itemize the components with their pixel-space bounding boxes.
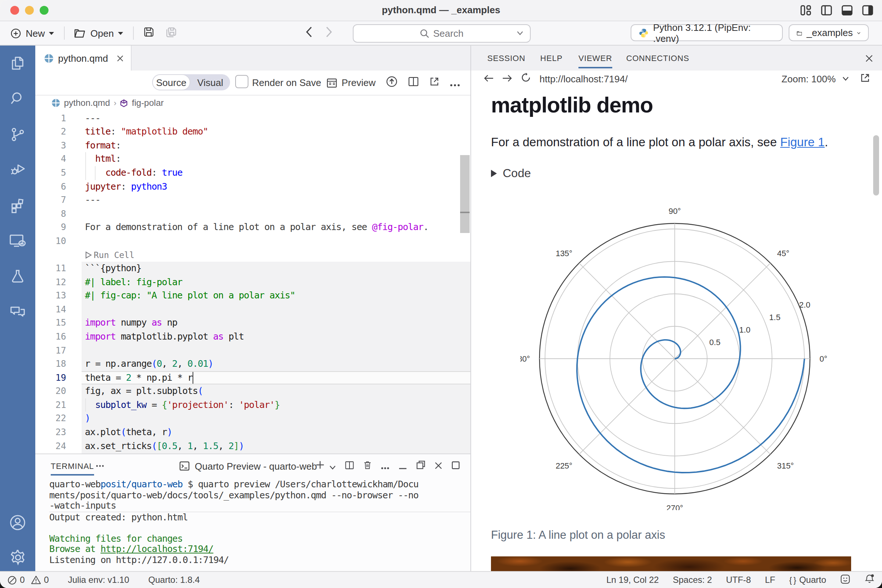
code-line: 6jupyter: python3 bbox=[35, 180, 470, 193]
customize-layout-icon[interactable] bbox=[800, 5, 812, 15]
terminal-session-title[interactable]: Quarto Preview - quarto-web bbox=[195, 460, 317, 471]
terminal-output[interactable]: quarto-webposit/quarto-web $ quarto prev… bbox=[49, 479, 470, 572]
workspace-selector[interactable]: _examples bbox=[789, 24, 869, 41]
svg-text:0.5: 0.5 bbox=[709, 338, 721, 347]
terminal-tab[interactable]: TERMINAL bbox=[51, 454, 94, 478]
feedback-icon[interactable] bbox=[840, 574, 850, 586]
open-in-browser-icon[interactable] bbox=[860, 72, 870, 85]
indentation-status[interactable]: Spaces: 2 bbox=[673, 575, 712, 585]
code-line: 9For a demonstration of a line plot on a… bbox=[35, 221, 470, 234]
extensions-icon[interactable] bbox=[0, 196, 35, 214]
tab-python-qmd[interactable]: python.qmd bbox=[35, 46, 132, 70]
close-tab-icon[interactable] bbox=[117, 55, 123, 62]
window-title: python.qmd — _examples bbox=[0, 0, 882, 21]
code-editor[interactable]: 1---2title: "matplotlib demo"3format:4 h… bbox=[35, 111, 470, 453]
source-mode-button[interactable]: Source bbox=[152, 74, 190, 90]
restore-panel-icon[interactable] bbox=[416, 459, 426, 472]
open-external-icon[interactable] bbox=[429, 76, 440, 89]
toggle-right-sidebar-icon[interactable] bbox=[862, 5, 873, 15]
code-line: 10 bbox=[35, 234, 470, 248]
preview-button[interactable]: Preview bbox=[326, 77, 376, 88]
visual-mode-button[interactable]: Visual bbox=[190, 74, 230, 90]
language-mode-status[interactable]: { }Quarto bbox=[789, 575, 826, 585]
problems-status[interactable]: 0 0 bbox=[8, 575, 49, 585]
viewer-forward-icon[interactable] bbox=[502, 72, 512, 85]
kill-terminal-icon[interactable] bbox=[363, 459, 372, 472]
save-icon[interactable] bbox=[143, 26, 154, 40]
render-on-save-label: Render on Save bbox=[252, 70, 321, 95]
quarto-file-icon bbox=[44, 53, 54, 63]
source-control-icon[interactable] bbox=[0, 126, 35, 143]
interpreter-selector[interactable]: Python 3.12.1 (PipEnv: .venv) bbox=[631, 24, 783, 41]
new-terminal-icon[interactable] bbox=[315, 459, 325, 472]
maximize-panel-icon[interactable] bbox=[451, 459, 460, 472]
testing-icon[interactable] bbox=[0, 267, 35, 285]
account-icon[interactable] bbox=[0, 513, 35, 532]
run-debug-icon[interactable] bbox=[0, 160, 35, 178]
breadcrumb-symbol[interactable]: fig-polar bbox=[132, 98, 164, 108]
explorer-icon[interactable] bbox=[0, 54, 35, 72]
viewer-back-icon[interactable] bbox=[484, 72, 494, 85]
code-line: 1--- bbox=[35, 111, 470, 125]
close-panel-icon[interactable] bbox=[434, 459, 442, 472]
run-cell-button[interactable]: Run Cell bbox=[35, 248, 470, 262]
panel-more-actions-icon[interactable] bbox=[381, 459, 390, 472]
viewer-scrollbar[interactable] bbox=[873, 135, 879, 195]
polar-plot: 0°45°90°135°180°225°270°315°0.51.01.52.0 bbox=[520, 208, 830, 510]
split-editor-icon[interactable] bbox=[408, 76, 419, 89]
viewer-url[interactable]: http://localhost:7194/ bbox=[540, 73, 628, 84]
toggle-bottom-panel-icon[interactable] bbox=[842, 5, 853, 15]
settings-gear-icon[interactable] bbox=[0, 548, 35, 567]
new-button[interactable]: New bbox=[10, 28, 54, 39]
source-visual-toggle[interactable]: Source Visual bbox=[152, 74, 230, 90]
code-line: 24ax.set_rticks([0.5, 1, 1.5, 2]) bbox=[35, 439, 470, 453]
julia-env-status[interactable]: Julia env: v1.10 bbox=[68, 575, 129, 585]
terminal-dropdown-icon[interactable] bbox=[329, 459, 336, 472]
viewer-reload-icon[interactable] bbox=[521, 72, 531, 85]
minimize-panel-icon[interactable] bbox=[398, 459, 407, 472]
editor-actionbar: Source Visual Render on Save Preview bbox=[35, 70, 470, 96]
editor-scrollbar[interactable] bbox=[460, 155, 470, 232]
app-window: python.qmd — _examples New Open bbox=[0, 0, 882, 588]
open-button[interactable]: Open bbox=[74, 28, 123, 39]
code-line: 22) bbox=[35, 412, 470, 426]
tab-connections[interactable]: CONNECTIONS bbox=[626, 46, 689, 70]
panel-more-icon[interactable] bbox=[96, 454, 104, 478]
toggle-left-sidebar-icon[interactable] bbox=[821, 5, 832, 15]
symbol-cell-icon bbox=[120, 99, 128, 107]
encoding-status[interactable]: UTF-8 bbox=[726, 575, 751, 585]
code-disclosure[interactable]: Code bbox=[491, 167, 531, 180]
split-terminal-icon[interactable] bbox=[345, 459, 354, 472]
close-panel-icon[interactable] bbox=[865, 52, 873, 65]
tab-viewer[interactable]: VIEWER bbox=[579, 46, 612, 70]
titlebar: python.qmd — _examples bbox=[0, 0, 882, 21]
terminal-panel: TERMINAL Quarto Preview - quarto-web bbox=[35, 453, 470, 572]
render-document-icon[interactable] bbox=[386, 75, 398, 90]
comments-icon[interactable] bbox=[0, 303, 35, 321]
save-all-icon bbox=[165, 26, 177, 40]
svg-text:135°: 135° bbox=[556, 249, 573, 258]
more-actions-icon[interactable] bbox=[450, 76, 460, 89]
editor-tabstrip: python.qmd bbox=[35, 46, 470, 71]
svg-text:270°: 270° bbox=[666, 504, 683, 510]
quarto-version-status[interactable]: Quarto: 1.8.4 bbox=[148, 575, 200, 585]
code-line: 5 code-fold: true bbox=[35, 166, 470, 180]
viewer-zoom-label[interactable]: Zoom: 100% bbox=[782, 73, 836, 84]
code-line: 8 bbox=[35, 207, 470, 220]
eol-status[interactable]: LF bbox=[765, 575, 775, 585]
python-logo-icon bbox=[639, 28, 649, 38]
cursor-position-status[interactable]: Ln 19, Col 22 bbox=[606, 575, 659, 585]
search-sidebar-icon[interactable] bbox=[0, 90, 35, 107]
notifications-bell-icon[interactable] bbox=[864, 573, 874, 586]
history-back-icon[interactable] bbox=[306, 26, 312, 40]
code-line: 23ax.plot(theta, r) bbox=[35, 426, 470, 439]
svg-text:225°: 225° bbox=[556, 461, 573, 470]
search-input[interactable]: Search bbox=[353, 24, 531, 43]
console-sessions-icon[interactable] bbox=[0, 231, 35, 249]
figure-link[interactable]: Figure 1 bbox=[780, 135, 825, 148]
render-on-save-checkbox[interactable] bbox=[235, 75, 248, 88]
tab-help[interactable]: HELP bbox=[540, 46, 562, 70]
breadcrumb-file[interactable]: python.qmd bbox=[64, 98, 110, 108]
svg-text:45°: 45° bbox=[777, 249, 789, 258]
tab-session[interactable]: SESSION bbox=[487, 46, 525, 70]
